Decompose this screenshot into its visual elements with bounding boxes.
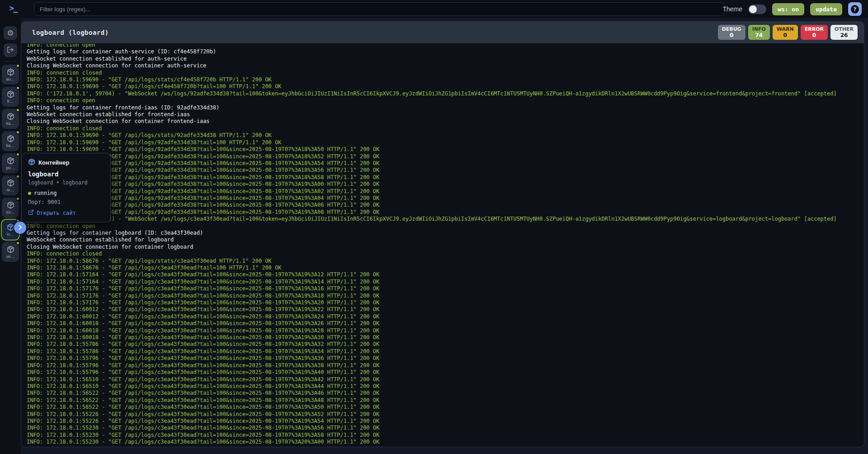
external-link-icon — [28, 209, 34, 217]
badge-error[interactable]: ERROR0 — [801, 25, 828, 40]
log-line: WebSocket connection established for fro… — [27, 111, 864, 118]
log-line: Closing WebSocket connection for contain… — [27, 62, 864, 69]
log-line: INFO: 172.18.0.1:58676 - "GET /api/logs/… — [27, 265, 864, 271]
sidebar-container-item-3[interactable]: ka… — [2, 131, 19, 151]
question-mark-icon: ? — [851, 5, 859, 14]
log-line: INFO: connection open — [27, 44, 864, 48]
theme-toggle[interactable] — [748, 5, 766, 14]
container-cube-icon — [7, 135, 14, 142]
log-line: INFO: connection open — [27, 223, 864, 230]
status-dot — [16, 241, 20, 245]
level-badges: DEBUG0INFO74WARN0ERROR0OTHER26 — [718, 25, 858, 40]
container-cube-icon — [7, 90, 14, 98]
badge-label: INFO — [752, 26, 766, 32]
log-line: INFO: 172.18.0.1:57164 - "GET /api/logs/… — [27, 271, 864, 278]
log-line: INFO: connection closed — [27, 125, 864, 132]
log-panel: logboard (logboard) DEBUG0INFO74WARN0ERR… — [21, 21, 864, 447]
sidebar-container-item-2[interactable]: ka… — [2, 109, 19, 129]
sidebar-container-item-5[interactable]: re… — [2, 175, 19, 195]
log-line: INFO: 172.18.0.1:60018 - "GET /api/logs/… — [27, 320, 864, 327]
log-line: INFO: 172.18.0.1:59690 - "GET /api/logs/… — [27, 181, 864, 188]
log-line: INFO: 172.18.0.1:56510 - "GET /api/logs/… — [27, 383, 864, 390]
badge-info[interactable]: INFO74 — [748, 25, 770, 40]
sidebar-container-item-6[interactable]: zo… — [2, 198, 19, 218]
topbar: >_ Theme ws: on update ? — [0, 0, 868, 18]
settings-button[interactable]: ⚙ — [4, 26, 17, 40]
log-line: INFO: connection closed — [27, 70, 864, 76]
sidebar-container-item-1[interactable]: fr… — [2, 87, 19, 107]
container-cube-icon — [7, 223, 14, 231]
log-line: INFO: 172.18.0.1:57164 - "GET /api/logs/… — [27, 279, 864, 285]
filter-logs-input[interactable] — [34, 2, 725, 16]
container-popover: Контейнер logboard logboard • logboard r… — [21, 153, 111, 222]
sidebar-container-item-8[interactable]: us… — [2, 242, 19, 262]
popover-kind-label: Контейнер — [38, 159, 69, 166]
container-label: au… — [6, 77, 14, 81]
badge-count: 0 — [722, 32, 741, 38]
sidebar-container-item-4[interactable]: po… — [2, 153, 19, 173]
log-line: Getting logs for container logboard (ID:… — [27, 230, 864, 236]
status-dot — [16, 130, 20, 134]
log-line: INFO: 172.18.0.1:59690 - "GET /api/logs/… — [27, 174, 864, 181]
log-line: INFO: 172.18.0.1:59690 - "GET /api/logs/… — [27, 160, 864, 167]
popover-status: running — [28, 190, 104, 196]
log-line: WebSocket connection established for aut… — [27, 56, 864, 62]
help-button[interactable]: ? — [848, 2, 862, 16]
open-site-link[interactable]: Открыть сайт — [28, 209, 104, 217]
log-line: INFO: 172.18.0.1:59690 - "GET /api/logs/… — [27, 209, 864, 216]
log-line: INFO: connection open — [27, 97, 864, 104]
log-line: INFO: 172.18.0.1:59690 - "GET /api/logs/… — [27, 195, 864, 202]
log-line: INFO: 172.18.0.1:59690 - "GET /api/logs/… — [27, 167, 864, 174]
badge-label: DEBUG — [722, 26, 741, 32]
log-line: INFO: 172.18.0.1:55230 - "GET /api/logs/… — [27, 432, 864, 439]
container-cube-icon — [7, 246, 14, 253]
log-line: INFO: 172.18.0.1:59690 - "GET /api/logs/… — [27, 146, 864, 153]
popover-subtitle: logboard • logboard — [28, 180, 104, 186]
status-dot — [16, 152, 20, 156]
popover-container-name: logboard — [28, 170, 104, 178]
sidebar-container-item-0[interactable]: au… — [2, 65, 19, 85]
badge-count: 0 — [805, 32, 824, 38]
log-line: WebSocket connection established for log… — [27, 236, 864, 243]
container-cube-icon — [7, 113, 14, 120]
sidebar-expand-button[interactable] — [14, 222, 26, 234]
badge-label: ERROR — [805, 26, 824, 32]
container-cube-icon — [7, 179, 14, 187]
log-line: Getting logs for container frontend-iaas… — [27, 104, 864, 111]
badge-count: 0 — [777, 32, 794, 38]
update-button[interactable]: update — [810, 3, 842, 15]
log-line: INFO: 172.18.0.1:55796 - "GET /api/logs/… — [27, 355, 864, 362]
badge-debug[interactable]: DEBUG0 — [718, 25, 745, 40]
log-line: INFO: 172.18.0.1:55226 - "GET /api/logs/… — [27, 411, 864, 418]
status-dot — [16, 175, 20, 179]
container-label: zo… — [6, 210, 15, 214]
container-label: ka… — [6, 121, 15, 126]
log-line: INFO: 172.18.0.1:55230 - "GET /api/logs/… — [27, 439, 864, 445]
log-line: INFO: 172.18.0.1:56522 - "GET /api/logs/… — [27, 390, 864, 397]
terminal-icon: >_ — [5, 4, 21, 14]
panel-title: logboard (logboard) — [32, 29, 109, 36]
log-line: INFO: 172.18.0.1:55786 - "GET /api/logs/… — [27, 348, 864, 355]
websocket-status-button[interactable]: ws: on — [772, 3, 804, 15]
log-output[interactable]: INFO: connection openGetting logs for co… — [21, 44, 864, 447]
log-line: Closing WebSocket connection for contain… — [27, 118, 864, 125]
badge-count: 74 — [752, 32, 766, 38]
status-dot — [16, 197, 20, 201]
sidebar-divider — [4, 61, 17, 61]
badge-label: WARN — [777, 26, 794, 32]
log-line: INFO: 172.18.0.1:60018 - "GET /api/logs/… — [27, 327, 864, 334]
log-line: Closing WebSocket connection for contain… — [27, 244, 864, 251]
log-line: INFO: 172.18.0.1:60012 - "GET /api/logs/… — [27, 313, 864, 320]
container-cube-icon — [28, 158, 35, 167]
badge-warn[interactable]: WARN0 — [773, 25, 798, 40]
log-line: INFO: 172.18.0.1:60012 - "GET /api/logs/… — [27, 306, 864, 313]
panel-header: logboard (logboard) DEBUG0INFO74WARN0ERR… — [21, 22, 864, 43]
logout-button[interactable] — [4, 43, 17, 57]
popover-status-label: running — [34, 190, 57, 196]
container-label: fr… — [7, 99, 14, 104]
log-line: INFO: 172.18.0.1:59690 - "GET /api/logs/… — [27, 202, 864, 208]
badge-other[interactable]: OTHER26 — [830, 25, 858, 40]
log-line: INFO: 172.18.0.1:58676 - "GET /api/logs/… — [27, 258, 864, 265]
container-label: ka… — [6, 143, 15, 148]
log-line: INFO: 172.18.0.1:55786 - "GET /api/logs/… — [27, 341, 864, 348]
